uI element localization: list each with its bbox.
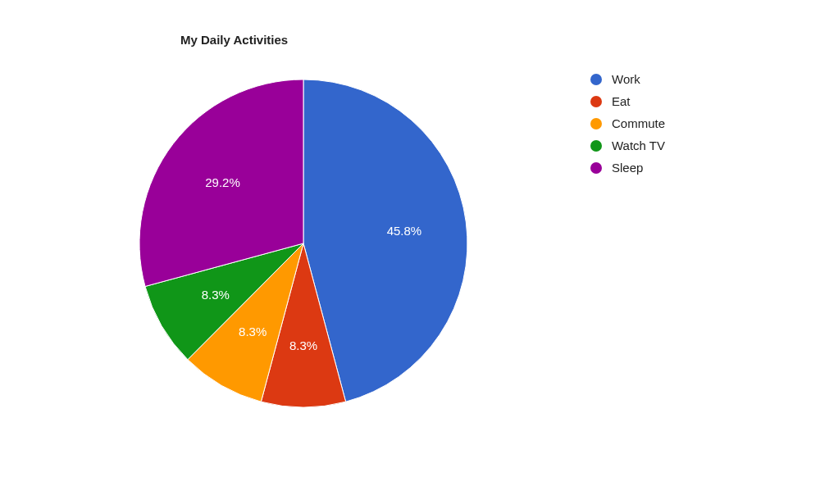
slice-label: 29.2%	[205, 175, 240, 188]
legend: WorkEatCommuteWatch TVSleep	[590, 72, 665, 183]
slice-label: 45.8%	[387, 223, 422, 237]
slice-label: 8.3%	[289, 338, 317, 352]
legend-label: Commute	[612, 116, 665, 130]
legend-label: Work	[612, 72, 640, 86]
legend-item[interactable]: Commute	[590, 116, 665, 130]
slice-label: 8.3%	[202, 288, 230, 302]
legend-item[interactable]: Watch TV	[590, 138, 665, 152]
legend-label: Watch TV	[612, 138, 665, 152]
chart-container: My Daily Activities 45.8%8.3%8.3%8.3%29.…	[123, 33, 533, 424]
legend-item[interactable]: Work	[590, 72, 665, 86]
slice-label: 8.3%	[239, 325, 266, 338]
legend-item[interactable]: Eat	[590, 94, 665, 108]
legend-swatch	[590, 140, 602, 152]
legend-swatch	[590, 118, 602, 129]
legend-swatch	[590, 74, 602, 85]
legend-item[interactable]: Sleep	[590, 161, 665, 175]
legend-swatch	[590, 162, 602, 174]
pie-chart: 45.8%8.3%8.3%8.3%29.2%	[123, 63, 484, 424]
legend-label: Sleep	[612, 161, 643, 175]
chart-title: My Daily Activities	[180, 33, 533, 47]
legend-label: Eat	[612, 94, 631, 108]
pie-svg	[123, 63, 484, 424]
legend-swatch	[590, 96, 602, 107]
